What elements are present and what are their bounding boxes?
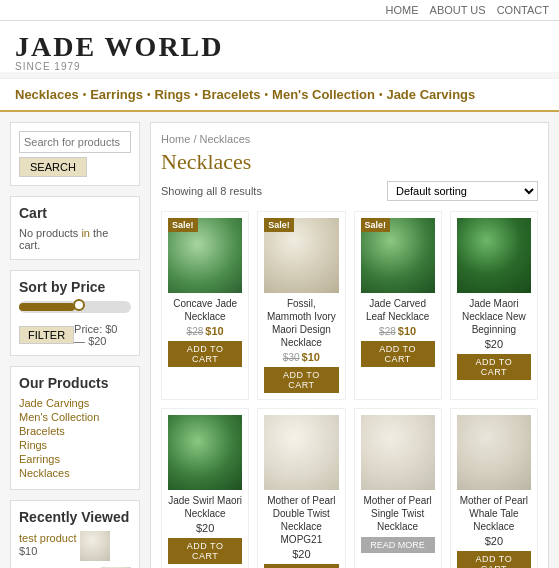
recently-viewed-item: test product $10 <box>19 531 131 561</box>
product-price: $20 <box>457 535 531 547</box>
nav-dot: • <box>147 89 151 100</box>
recently-viewed-widget: Recently Viewed test product $10 Mother … <box>10 500 140 568</box>
add-to-cart-button[interactable]: ADD TO CART <box>264 367 338 393</box>
product-card: Sale! Concave Jade Necklace $28$10 ADD T… <box>161 211 249 400</box>
product-name: Fossil, Mammoth Ivory Maori Design Neckl… <box>264 297 338 349</box>
product-card: Mother of Pearl Double Twist Necklace MO… <box>257 408 345 568</box>
cart-empty-text: No products in the cart. <box>19 227 131 251</box>
product-image <box>264 415 338 490</box>
about-link[interactable]: ABOUT US <box>430 4 486 16</box>
results-bar: Showing all 8 results Default sorting So… <box>161 181 538 201</box>
nav-rings[interactable]: Rings <box>154 87 190 102</box>
product-price: $20 <box>168 522 242 534</box>
sidebar-product-link[interactable]: Rings <box>19 439 131 451</box>
nav-dot: • <box>379 89 383 100</box>
sidebar-product-link[interactable]: Necklaces <box>19 467 131 479</box>
nav-necklaces[interactable]: Necklaces <box>15 87 79 102</box>
nav-mens[interactable]: Men's Collection <box>272 87 375 102</box>
contact-link[interactable]: CONTACT <box>497 4 549 16</box>
sale-badge: Sale! <box>168 218 198 232</box>
search-widget: SEARCH <box>10 122 140 186</box>
product-name: Mother of Pearl Whale Tale Necklace <box>457 494 531 533</box>
site-title: JADE WORLD <box>15 31 544 63</box>
recently-viewed-link[interactable]: test product <box>19 532 76 544</box>
product-card: Jade Maori Necklace New Beginning $20 AD… <box>450 211 538 400</box>
nav-dot: • <box>195 89 199 100</box>
product-links-list: Jade CarvingsMen's CollectionBraceletsRi… <box>19 397 131 479</box>
add-to-cart-button[interactable]: ADD TO CART <box>264 564 338 568</box>
product-image: Sale! <box>264 218 338 293</box>
product-image <box>168 415 242 490</box>
product-image <box>457 415 531 490</box>
recently-viewed-list: test product $10 Mother of Pearl Double … <box>19 531 131 568</box>
price-range-text: Price: $0 — $20 <box>74 323 131 347</box>
cart-widget: Cart No products in the cart. <box>10 196 140 260</box>
product-card: Sale! Fossil, Mammoth Ivory Maori Design… <box>257 211 345 400</box>
nav-dot: • <box>265 89 269 100</box>
recently-viewed-title: Recently Viewed <box>19 509 131 525</box>
nav-bracelets[interactable]: Bracelets <box>202 87 261 102</box>
product-price: $20 <box>264 548 338 560</box>
breadcrumb-current: Necklaces <box>200 133 251 145</box>
product-grid: Sale! Concave Jade Necklace $28$10 ADD T… <box>161 211 538 568</box>
product-image <box>457 218 531 293</box>
site-header: JADE WORLD SINCE 1979 <box>0 21 559 72</box>
our-products-title: Our Products <box>19 375 131 391</box>
search-button[interactable]: SEARCH <box>19 157 87 177</box>
add-to-cart-button[interactable]: ADD TO CART <box>457 551 531 568</box>
sort-select[interactable]: Default sorting Sort by price: low to hi… <box>387 181 538 201</box>
top-bar: HOME ABOUT US CONTACT <box>0 0 559 21</box>
breadcrumb: Home / Necklaces <box>161 133 538 145</box>
our-products-widget: Our Products Jade CarvingsMen's Collecti… <box>10 366 140 490</box>
nav-dot: • <box>83 89 87 100</box>
sidebar: SEARCH Cart No products in the cart. Sor… <box>10 122 140 568</box>
product-price: $28$10 <box>168 325 242 337</box>
product-price: $28$10 <box>361 325 435 337</box>
product-image <box>361 415 435 490</box>
product-price: $30$10 <box>264 351 338 363</box>
breadcrumb-home[interactable]: Home <box>161 133 190 145</box>
recently-viewed-thumb <box>80 531 110 561</box>
recently-viewed-price: $10 <box>19 545 76 557</box>
cart-title: Cart <box>19 205 131 221</box>
results-count: Showing all 8 results <box>161 185 262 197</box>
product-card: Mother of Pearl Single Twist Necklace RE… <box>354 408 442 568</box>
page-body: SEARCH Cart No products in the cart. Sor… <box>0 112 559 568</box>
product-card: Mother of Pearl Whale Tale Necklace $20 … <box>450 408 538 568</box>
product-name: Mother of Pearl Single Twist Necklace <box>361 494 435 533</box>
product-price: $20 <box>457 338 531 350</box>
main-content: Home / Necklaces Necklaces Showing all 8… <box>150 122 549 568</box>
sidebar-product-link[interactable]: Bracelets <box>19 425 131 437</box>
product-name: Mother of Pearl Double Twist Necklace MO… <box>264 494 338 546</box>
price-widget: Sort by Price FILTER Price: $0 — $20 <box>10 270 140 356</box>
price-handle[interactable] <box>73 299 85 311</box>
product-name: Concave Jade Necklace <box>168 297 242 323</box>
price-slider-fill <box>19 303 75 311</box>
product-image: Sale! <box>361 218 435 293</box>
price-title: Sort by Price <box>19 279 131 295</box>
product-name: Jade Swirl Maori Necklace <box>168 494 242 520</box>
product-card: Jade Swirl Maori Necklace $20 ADD TO CAR… <box>161 408 249 568</box>
add-to-cart-button[interactable]: ADD TO CART <box>457 354 531 380</box>
add-to-cart-button[interactable]: ADD TO CART <box>361 341 435 367</box>
add-to-cart-button[interactable]: ADD TO CART <box>168 538 242 564</box>
nav-carvings[interactable]: Jade Carvings <box>386 87 475 102</box>
sidebar-product-link[interactable]: Earrings <box>19 453 131 465</box>
add-to-cart-button[interactable]: ADD TO CART <box>168 341 242 367</box>
sale-badge: Sale! <box>361 218 391 232</box>
home-link[interactable]: HOME <box>385 4 418 16</box>
sidebar-product-link[interactable]: Men's Collection <box>19 411 131 423</box>
product-name: Jade Maori Necklace New Beginning <box>457 297 531 336</box>
main-nav: Necklaces • Earrings • Rings • Bracelets… <box>0 78 559 112</box>
read-more-button[interactable]: READ MORE <box>361 537 435 553</box>
filter-button[interactable]: FILTER <box>19 326 74 344</box>
product-name: Jade Carved Leaf Necklace <box>361 297 435 323</box>
product-image: Sale! <box>168 218 242 293</box>
nav-earrings[interactable]: Earrings <box>90 87 143 102</box>
price-slider[interactable] <box>19 301 131 313</box>
search-input[interactable] <box>19 131 131 153</box>
page-title: Necklaces <box>161 149 538 175</box>
product-card: Sale! Jade Carved Leaf Necklace $28$10 A… <box>354 211 442 400</box>
sidebar-product-link[interactable]: Jade Carvings <box>19 397 131 409</box>
sale-badge: Sale! <box>264 218 294 232</box>
